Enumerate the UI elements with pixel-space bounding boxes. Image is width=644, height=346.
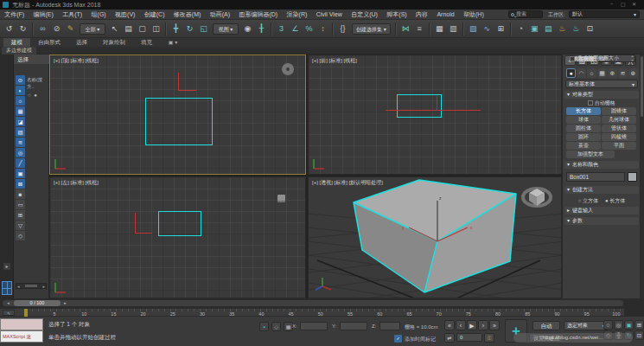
viewport-layout-tab-icon[interactable] bbox=[2, 281, 12, 295]
percent-snap-icon[interactable]: % bbox=[303, 22, 316, 35]
time-slider-next-icon[interactable]: ► bbox=[61, 301, 69, 306]
box-selection-outline-front[interactable] bbox=[397, 94, 442, 118]
search-box[interactable]: 搜索 bbox=[508, 10, 543, 18]
ribbon-tab[interactable]: 对象绘制 bbox=[95, 38, 133, 47]
explorer-display-toggle-icon[interactable]: ▦ bbox=[16, 106, 25, 116]
align-icon[interactable]: ≡ bbox=[413, 22, 426, 35]
key-mode-toggle[interactable]: ⇄ bbox=[444, 333, 455, 343]
checkbox[interactable] bbox=[570, 56, 575, 61]
key-filters-icon[interactable]: ⚿ bbox=[484, 333, 494, 343]
select-and-link-icon[interactable]: ∞ bbox=[36, 22, 49, 35]
time-slider-handle[interactable]: 0 / 100 bbox=[14, 300, 61, 306]
viewport-left[interactable]: [+] [左] [标准] [线框] bbox=[49, 176, 306, 298]
selection-lock-toggle[interactable]: ◇ bbox=[271, 322, 281, 331]
z-coordinate-field[interactable] bbox=[379, 322, 400, 330]
render-last-icon[interactable]: ⊡ bbox=[583, 22, 596, 35]
explorer-display-toggle-icon[interactable]: ◎ bbox=[16, 148, 25, 157]
render-setup-icon[interactable]: ▣ bbox=[528, 22, 541, 35]
shapes-category-icon[interactable]: ◠ bbox=[577, 68, 586, 78]
systems-category-icon[interactable]: ⊛ bbox=[628, 68, 638, 78]
menu-item[interactable]: Arnold bbox=[432, 11, 459, 17]
isolate-selection-toggle[interactable]: ▪ bbox=[259, 322, 269, 331]
maxscript-mini-listener[interactable]: MAXScript 迷 bbox=[0, 330, 43, 343]
autogrid-row[interactable]: 自动栅格 bbox=[564, 99, 639, 107]
explorer-horizontal-scrollbar[interactable]: ◂ ▸ bbox=[16, 283, 47, 289]
scroll-right-icon[interactable]: ▸ bbox=[42, 284, 45, 289]
box-selection-outline-top[interactable] bbox=[145, 98, 213, 145]
explorer-filter-row[interactable]: ○ ● bbox=[28, 93, 38, 98]
zoom-extents-icon[interactable]: ▣ bbox=[624, 320, 634, 330]
rollout-parameters[interactable]: ▾ 参数 bbox=[564, 217, 639, 225]
explorer-display-toggle-icon[interactable]: ⊙ bbox=[16, 75, 25, 85]
menu-item[interactable]: 帮助(H) bbox=[459, 10, 488, 19]
bind-to-spacewarp-icon[interactable]: ✎ bbox=[64, 22, 77, 35]
object-name-field[interactable]: Box001 bbox=[566, 172, 625, 182]
rollout-object-type[interactable]: ▾ 对象类型 bbox=[564, 91, 639, 99]
object-type-button[interactable]: 平面 bbox=[602, 142, 636, 150]
ribbon-tab[interactable]: 建模 bbox=[3, 38, 30, 47]
menu-item[interactable]: 创建(C) bbox=[140, 10, 169, 19]
previous-frame-button[interactable]: ‹ bbox=[456, 320, 466, 330]
explorer-display-toggle-icon[interactable]: ≋ bbox=[16, 138, 25, 147]
rollout-name-color[interactable]: ▾ 名称和颜色 bbox=[564, 161, 639, 169]
zoom-all-icon[interactable]: ◎ bbox=[614, 320, 623, 330]
explorer-display-toggle-icon[interactable]: ╱ bbox=[16, 158, 25, 168]
play-animation-button[interactable]: ▶ bbox=[467, 320, 477, 330]
angle-snap-icon[interactable]: ∠ bbox=[289, 22, 302, 35]
edit-named-selections-icon[interactable]: {} bbox=[336, 22, 349, 35]
explorer-tool-icon[interactable]: ▽ bbox=[16, 221, 25, 230]
object-type-button[interactable]: 加强型文本 bbox=[566, 151, 615, 158]
object-type-button[interactable]: 茶壶 bbox=[566, 142, 601, 150]
parameter-checkbox-row[interactable]: 真实世界贴图大小 bbox=[570, 54, 639, 62]
undo-icon[interactable]: ↺ bbox=[3, 22, 16, 35]
cameras-category-icon[interactable]: ▦ bbox=[597, 68, 607, 78]
explorer-tool-icon[interactable]: ■ bbox=[16, 189, 25, 199]
autogrid-checkbox[interactable] bbox=[588, 100, 593, 106]
radio-option[interactable]: ● 长方体 bbox=[605, 197, 625, 205]
zoom-icon[interactable]: ○ bbox=[603, 320, 613, 330]
object-type-button[interactable]: 圆锥体 bbox=[602, 107, 636, 115]
rectangular-selection-region-icon[interactable]: ▢ bbox=[136, 22, 149, 35]
explorer-tool-icon[interactable]: ◇ bbox=[16, 231, 25, 240]
rollout-creation-method[interactable]: ▾ 创建方法 bbox=[564, 186, 639, 194]
menu-item[interactable]: 内容 bbox=[411, 10, 432, 19]
menu-item[interactable]: 修改器(M) bbox=[169, 10, 206, 19]
select-and-move-icon[interactable]: ╋ bbox=[169, 22, 182, 35]
macro-recorder-pane[interactable] bbox=[0, 318, 43, 330]
object-type-button[interactable]: 球体 bbox=[566, 116, 601, 124]
redo-icon[interactable]: ↻ bbox=[16, 22, 29, 35]
toggle-layer-explorer-icon[interactable]: ▥ bbox=[447, 22, 460, 35]
rollout-keyboard-entry[interactable]: ▸ 键盘输入 bbox=[564, 207, 639, 215]
ribbon-tab[interactable]: 自由形式 bbox=[30, 38, 68, 47]
toggle-scene-explorer-icon[interactable]: ▦ bbox=[433, 22, 446, 35]
menu-item[interactable]: Civil View bbox=[311, 11, 347, 17]
menu-item[interactable]: 编辑(E) bbox=[29, 10, 58, 19]
close-button[interactable]: ✕ bbox=[632, 1, 636, 7]
select-and-scale-icon[interactable]: ◱ bbox=[197, 22, 210, 35]
select-and-rotate-icon[interactable]: ↻ bbox=[183, 22, 196, 35]
explorer-display-toggle-icon[interactable]: ▧ bbox=[16, 127, 25, 137]
explorer-display-toggle-icon[interactable]: ▣ bbox=[16, 169, 25, 178]
scroll-left-icon[interactable]: ◂ bbox=[17, 284, 20, 289]
menu-item[interactable]: 渲染(R) bbox=[282, 10, 311, 19]
object-type-button[interactable]: 四棱锥 bbox=[602, 133, 636, 141]
select-by-name-icon[interactable]: ▤ bbox=[122, 22, 135, 35]
next-frame-button[interactable]: › bbox=[478, 320, 488, 330]
menu-item[interactable]: 工具(T) bbox=[58, 10, 86, 19]
expand-panel-button[interactable]: ▸ bbox=[3, 262, 11, 271]
explorer-display-toggle-icon[interactable]: ☼ bbox=[16, 96, 25, 106]
explorer-display-toggle-icon[interactable]: ◪ bbox=[16, 117, 25, 126]
zoom-extents-all-icon[interactable]: ⊞ bbox=[634, 320, 644, 330]
render-production-icon[interactable]: ♨ bbox=[556, 22, 569, 35]
select-and-manipulate-icon[interactable]: ╂ bbox=[255, 22, 268, 35]
explorer-display-toggle-icon[interactable]: ⊠ bbox=[16, 179, 25, 189]
add-time-tag-label[interactable]: 添加时间标记 bbox=[405, 336, 436, 343]
menu-item[interactable]: 组(G) bbox=[86, 10, 110, 19]
viewport-front-label[interactable]: [+] [前] [标准] [线框] bbox=[312, 57, 357, 65]
ribbon-config-icon[interactable]: ▣ ▾ bbox=[166, 38, 180, 47]
ribbon-subtab-polygon-modeling[interactable]: 多边形建模 bbox=[2, 47, 36, 54]
mirror-icon[interactable]: ⋈ bbox=[399, 22, 412, 35]
viewport-perspective-label[interactable]: [+] [透视] [标准] [默认明暗处理] bbox=[312, 179, 383, 187]
select-object-icon[interactable]: ↖ bbox=[108, 22, 121, 35]
key-filter-dropdown[interactable]: 选定对象 ▾ bbox=[564, 321, 609, 330]
